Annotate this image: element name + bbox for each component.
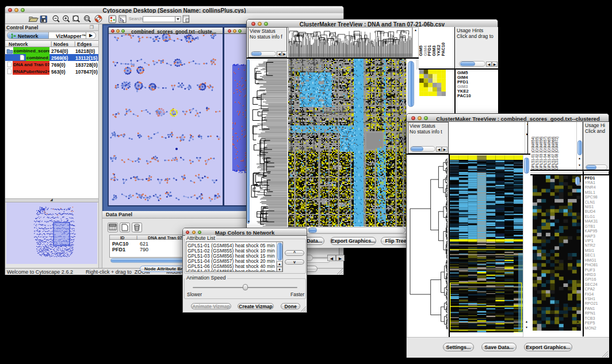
svg-text:Search:: Search: — [129, 16, 144, 21]
